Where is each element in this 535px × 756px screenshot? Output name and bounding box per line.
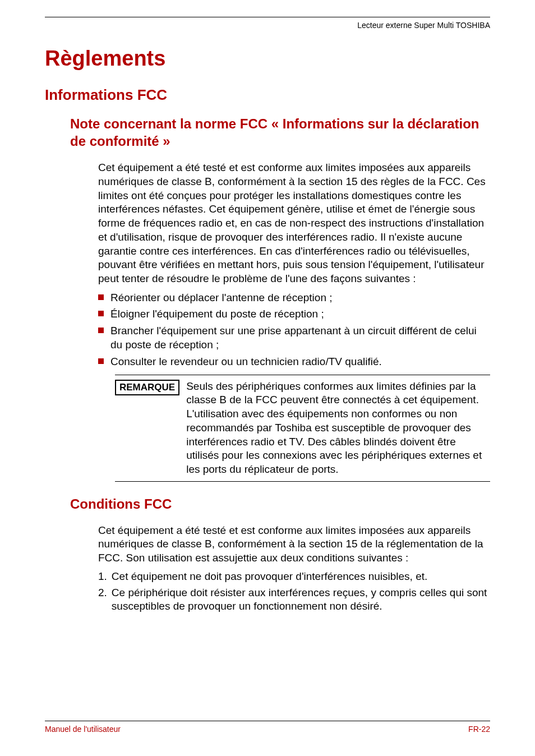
numbered-text: Cet équipement ne doit pas provoquer d'i… (112, 570, 427, 584)
numbered-text: Ce périphérique doit résister aux interf… (112, 586, 490, 614)
footer-right: FR-22 (468, 725, 490, 734)
list-number: 2. (98, 586, 107, 600)
remark-block: REMARQUE Seuls des périphériques conform… (115, 375, 490, 482)
list-item: Consulter le revendeur ou un technicien … (98, 354, 490, 369)
remark-text: Seuls des périphériques conformes aux li… (186, 380, 490, 477)
bullet-text: Brancher l'équipement sur une prise appa… (110, 324, 490, 352)
list-item: 2. Ce périphérique doit résister aux int… (98, 586, 490, 614)
bullet-icon (98, 328, 104, 333)
footer-left: Manuel de l'utilisateur (45, 725, 121, 734)
bullet-icon (98, 358, 104, 364)
bullet-text: Consulter le revendeur ou un technicien … (110, 354, 382, 369)
list-number: 1. (98, 570, 107, 584)
header-rule (45, 17, 490, 17)
subsection-heading-fcc-conditions: Conditions FCC (70, 495, 490, 513)
bullet-icon (98, 294, 104, 300)
bullet-icon (98, 311, 104, 316)
subsection-heading-fcc-note: Note concernant la norme FCC « Informati… (70, 115, 490, 150)
header-product: Lecteur externe Super Multi TOSHIBA (45, 21, 490, 30)
footer-rule (45, 721, 490, 721)
list-item: 1. Cet équipement ne doit pas provoquer … (98, 570, 490, 584)
bullet-text: Éloigner l'équipement du poste de récept… (110, 307, 324, 321)
fcc-conditions-list: 1. Cet équipement ne doit pas provoquer … (98, 570, 490, 614)
list-item: Brancher l'équipement sur une prise appa… (98, 324, 490, 352)
remark-label: REMARQUE (115, 380, 179, 395)
fcc-note-paragraph: Cet équipement a été testé et est confor… (98, 161, 490, 285)
page-title: Règlements (45, 47, 490, 71)
list-item: Éloigner l'équipement du poste de récept… (98, 307, 490, 321)
list-item: Réorienter ou déplacer l'antenne de réce… (98, 291, 490, 305)
section-heading-fcc-info: Informations FCC (45, 86, 490, 104)
fcc-bullet-list: Réorienter ou déplacer l'antenne de réce… (98, 291, 490, 369)
fcc-conditions-paragraph: Cet équipement a été testé et est confor… (98, 524, 490, 565)
page-footer: Manuel de l'utilisateur FR-22 (45, 721, 490, 734)
bullet-text: Réorienter ou déplacer l'antenne de réce… (110, 291, 333, 305)
